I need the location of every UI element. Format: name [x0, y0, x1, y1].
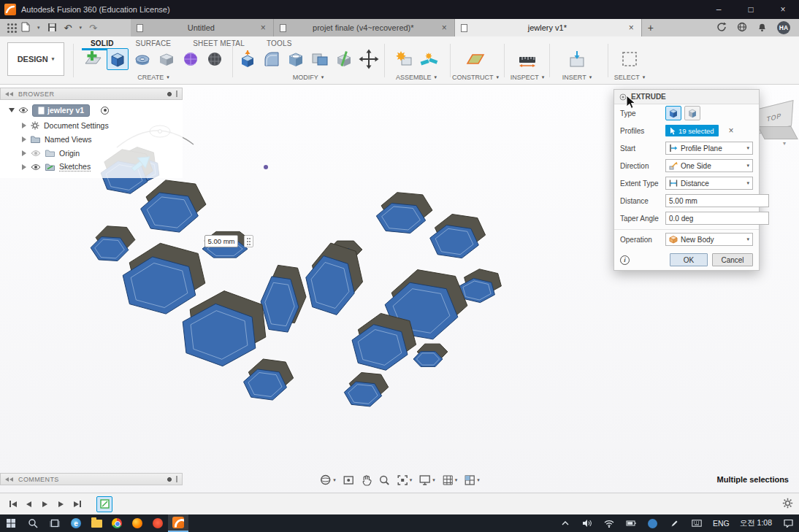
- tray-ime-keyboard-icon[interactable]: [686, 514, 708, 532]
- start-button[interactable]: [0, 514, 22, 532]
- tree-item-origin[interactable]: Origin: [0, 146, 183, 160]
- create-sketch-icon[interactable]: [83, 49, 103, 69]
- panel-grip-icon[interactable]: [176, 476, 177, 482]
- job-status-icon[interactable]: [716, 22, 727, 34]
- dialog-grip-icon[interactable]: [619, 93, 627, 101]
- create-form-icon[interactable]: [180, 49, 201, 69]
- look-at-icon[interactable]: [340, 473, 356, 487]
- taskbar-edge-icon[interactable]: e: [66, 514, 86, 532]
- create-dropdown[interactable]: CREATE▾: [137, 74, 169, 81]
- undo-icon[interactable]: ↶: [64, 23, 72, 33]
- viewcube-front-face[interactable]: [757, 126, 798, 139]
- timeline-play-button[interactable]: [38, 497, 52, 512]
- assemble-dropdown[interactable]: ASSEMBLE▾: [396, 74, 437, 81]
- taper-angle-input[interactable]: [665, 212, 769, 225]
- comments-header[interactable]: COMMENTS: [0, 473, 183, 485]
- insert-mesh-icon[interactable]: [204, 49, 225, 69]
- expand-arrow-icon[interactable]: [22, 123, 26, 128]
- cancel-button[interactable]: Cancel: [712, 253, 753, 266]
- measure-icon[interactable]: [517, 49, 538, 69]
- tray-network-icon[interactable]: [598, 514, 620, 532]
- save-icon[interactable]: [47, 23, 57, 34]
- close-button[interactable]: ×: [767, 0, 799, 19]
- grid-settings-icon[interactable]: ▾: [440, 473, 460, 487]
- insert-dropdown[interactable]: INSERT▾: [562, 74, 592, 81]
- profiles-selected-badge[interactable]: 19 selected: [665, 125, 719, 136]
- new-tab-button[interactable]: +: [642, 19, 660, 36]
- shell-icon[interactable]: [286, 49, 306, 69]
- tab-projet-finale[interactable]: projet finale (v4~recovered)* ×: [274, 19, 455, 36]
- panel-dot-icon[interactable]: [167, 92, 172, 96]
- display-settings-icon[interactable]: ▾: [416, 473, 437, 487]
- extensions-icon[interactable]: [737, 22, 747, 34]
- expand-arrow-icon[interactable]: [22, 150, 26, 156]
- inspect-dropdown[interactable]: INSPECT▾: [511, 74, 545, 81]
- revolve-icon[interactable]: [132, 49, 153, 69]
- move-copy-icon[interactable]: [358, 48, 380, 70]
- timeline-step-forward-button[interactable]: [54, 497, 68, 512]
- task-view-icon[interactable]: [44, 514, 66, 532]
- construct-dropdown[interactable]: CONSTRUCT▾: [452, 74, 499, 81]
- collapse-panel-icon[interactable]: [5, 477, 13, 482]
- extent-type-dropdown[interactable]: Distance ▾: [665, 177, 753, 190]
- distance-input[interactable]: [665, 194, 769, 207]
- operation-dropdown[interactable]: New Body ▾: [665, 233, 753, 246]
- pan-icon[interactable]: [359, 473, 374, 487]
- app-grid-icon[interactable]: [7, 23, 9, 26]
- fit-icon[interactable]: ▾: [394, 473, 415, 487]
- sketch-point[interactable]: [264, 165, 268, 169]
- tray-bluetooth-app-icon[interactable]: [642, 514, 664, 532]
- taskbar-fusion360-icon[interactable]: [168, 514, 188, 532]
- user-avatar[interactable]: HA: [777, 21, 790, 34]
- timeline-skip-start-button[interactable]: [6, 497, 20, 512]
- select-dropdown[interactable]: SELECT▾: [614, 74, 646, 81]
- tray-battery-icon[interactable]: [620, 514, 642, 532]
- collapse-panel-icon[interactable]: [5, 92, 13, 96]
- taskbar-chrome-icon[interactable]: [107, 514, 127, 532]
- taskbar-firefox-icon[interactable]: [127, 514, 148, 532]
- language-indicator[interactable]: ENG: [708, 514, 735, 532]
- viewcube-menu-caret-icon[interactable]: ▾: [783, 140, 786, 147]
- tray-volume-icon[interactable]: [576, 514, 598, 532]
- combine-icon[interactable]: [310, 49, 330, 69]
- expand-arrow-icon[interactable]: [22, 164, 26, 170]
- panel-dot-icon[interactable]: [167, 477, 172, 482]
- tree-item-named-views[interactable]: Named Views: [0, 132, 183, 146]
- tree-root-jewlery-v1[interactable]: jewlery v1: [0, 102, 183, 118]
- maximize-button[interactable]: □: [735, 0, 767, 19]
- visibility-eye-icon[interactable]: [31, 163, 41, 171]
- timeline-settings-gear-icon[interactable]: [782, 498, 793, 510]
- select-tool-icon[interactable]: [619, 49, 640, 69]
- timeline-step-back-button[interactable]: [22, 497, 36, 512]
- type-thin-extrude-button[interactable]: [684, 106, 700, 120]
- tree-item-document-settings[interactable]: Document Settings: [0, 118, 183, 132]
- modify-dropdown[interactable]: MODIFY▾: [293, 74, 324, 81]
- timeline-sketch-feature[interactable]: [96, 496, 112, 512]
- zoom-icon[interactable]: [376, 473, 392, 487]
- clock[interactable]: 오전 1:08: [735, 514, 777, 532]
- insert-icon[interactable]: [567, 49, 587, 69]
- panel-grip-icon[interactable]: [176, 90, 177, 97]
- new-component-icon[interactable]: [394, 49, 415, 69]
- tray-chevron-up-icon[interactable]: [554, 514, 576, 532]
- taskbar-search-icon[interactable]: [22, 514, 44, 532]
- expand-arrow-icon[interactable]: [22, 136, 26, 142]
- browser-header[interactable]: BROWSER: [0, 88, 183, 100]
- action-center-icon[interactable]: [777, 514, 799, 532]
- orbit-icon[interactable]: ▾: [317, 473, 338, 487]
- model-bodies[interactable]: [91, 147, 501, 406]
- file-menu-caret-icon[interactable]: ▾: [37, 25, 40, 31]
- tab-untitled[interactable]: Untitled ×: [131, 19, 274, 36]
- tab-close-icon[interactable]: ×: [259, 23, 267, 33]
- timeline-skip-end-button[interactable]: [70, 497, 84, 512]
- clear-selection-icon[interactable]: ×: [729, 126, 734, 135]
- taskbar-opera-icon[interactable]: [148, 514, 168, 532]
- type-extrude-button[interactable]: [665, 106, 681, 120]
- taskbar-file-explorer-icon[interactable]: [86, 514, 107, 532]
- info-icon[interactable]: i: [620, 255, 630, 265]
- minimize-button[interactable]: –: [703, 0, 735, 19]
- viewports-icon[interactable]: ▾: [462, 473, 482, 487]
- tree-item-sketches[interactable]: Sketches: [0, 160, 183, 174]
- distance-dimension-input[interactable]: 5.00 mm: [204, 235, 238, 247]
- direction-dropdown[interactable]: One Side ▾: [665, 159, 753, 172]
